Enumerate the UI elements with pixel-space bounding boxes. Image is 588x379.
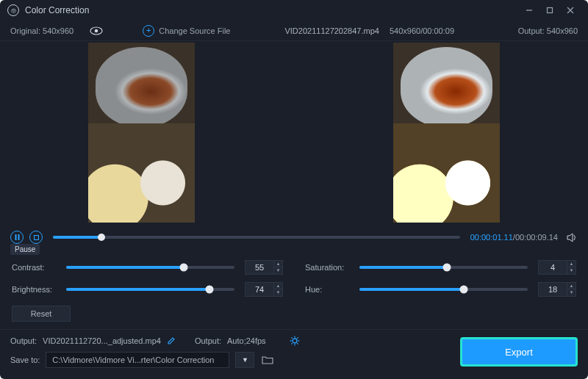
- plus-icon: +: [143, 25, 154, 37]
- svg-rect-7: [18, 234, 19, 240]
- change-source-button[interactable]: + Change Source File: [143, 25, 230, 37]
- eye-icon: [90, 26, 103, 35]
- change-source-label: Change Source File: [159, 26, 230, 35]
- maximize-button[interactable]: [539, 0, 560, 21]
- hue-label: Hue:: [305, 285, 352, 294]
- gear-icon: [290, 336, 300, 346]
- pencil-icon: [167, 336, 176, 345]
- contrast-value: 55: [245, 263, 273, 272]
- browse-folder-button[interactable]: [262, 355, 273, 364]
- timecode: 00:00:01.11/00:00:09.14: [470, 233, 558, 242]
- hue-spinner[interactable]: ▲▼: [567, 283, 576, 296]
- save-to-row: Save to: C:\Vidmore\Vidmore Vi...rter\Co…: [10, 352, 451, 368]
- volume-button[interactable]: [567, 233, 578, 242]
- titlebar: ◎ Color Correction: [0, 0, 588, 21]
- output-settings-label: Output:: [195, 336, 221, 345]
- svg-rect-1: [548, 8, 553, 13]
- reset-button[interactable]: Reset: [12, 306, 71, 322]
- seek-slider[interactable]: [53, 236, 460, 239]
- hue-value: 18: [539, 285, 567, 294]
- close-icon: [567, 7, 574, 14]
- pause-icon: [15, 234, 20, 240]
- seek-fill: [53, 236, 101, 239]
- output-preview: [393, 43, 500, 223]
- pause-button[interactable]: [10, 231, 24, 244]
- brightness-slider[interactable]: [66, 288, 234, 291]
- brightness-label: Brightness:: [12, 285, 59, 294]
- output-dimensions-label: Output: 540x960: [518, 26, 578, 35]
- save-to-label: Save to:: [10, 355, 40, 364]
- save-path-dropdown[interactable]: ▼: [235, 352, 254, 368]
- contrast-slider[interactable]: [66, 266, 234, 269]
- output-filename-row: Output: VID2021112720..._adjusted.mp4 Ou…: [10, 336, 451, 346]
- svg-rect-8: [34, 235, 38, 239]
- adjustment-controls: Contrast: 55 ▲▼ Saturation: 4 ▲▼ Brightn…: [0, 247, 588, 301]
- brightness-value: 74: [245, 285, 273, 294]
- svg-point-10: [293, 339, 297, 343]
- source-file-name: VID20211127202847.mp4: [284, 26, 379, 35]
- footer: Output: VID2021112720..._adjusted.mp4 Ou…: [0, 329, 588, 375]
- toggle-preview-button[interactable]: [90, 26, 103, 35]
- output-settings-button[interactable]: [290, 336, 300, 346]
- save-path-field[interactable]: C:\Vidmore\Vidmore Vi...rter\Color Corre…: [46, 352, 229, 368]
- original-dimensions-label: Original: 540x960: [10, 26, 74, 35]
- total-time: 00:00:09.14: [515, 233, 558, 242]
- export-button[interactable]: Export: [460, 337, 578, 367]
- minimize-icon: [526, 7, 533, 14]
- output-filename-label: Output:: [10, 336, 37, 345]
- original-preview: [88, 43, 195, 223]
- preview-area: [0, 41, 588, 225]
- contrast-value-input[interactable]: 55 ▲▼: [245, 260, 283, 275]
- brightness-value-input[interactable]: 74 ▲▼: [245, 282, 283, 297]
- svg-line-18: [291, 343, 292, 344]
- window-title: Color Correction: [25, 5, 89, 15]
- svg-rect-6: [15, 234, 16, 240]
- output-filename: VID2021112720..._adjusted.mp4: [43, 336, 161, 345]
- svg-marker-9: [567, 234, 573, 242]
- close-button[interactable]: [560, 0, 581, 21]
- minimize-button[interactable]: [519, 0, 539, 21]
- stop-icon: [34, 235, 39, 240]
- brightness-spinner[interactable]: ▲▼: [273, 283, 282, 296]
- hue-slider[interactable]: [359, 288, 528, 291]
- app-logo-icon: ◎: [7, 4, 19, 16]
- contrast-label: Contrast:: [12, 263, 59, 272]
- contrast-control: Contrast: 55 ▲▼: [12, 260, 283, 275]
- saturation-value: 4: [539, 263, 567, 272]
- svg-line-17: [297, 337, 298, 338]
- maximize-icon: [546, 7, 553, 14]
- header-row: Original: 540x960 + Change Source File V…: [0, 21, 588, 41]
- seek-knob[interactable]: [98, 234, 105, 241]
- hue-control: Hue: 18 ▲▼: [305, 282, 576, 297]
- source-file-meta: 540x960/00:00:09: [390, 26, 454, 35]
- hue-value-input[interactable]: 18 ▲▼: [538, 282, 576, 297]
- pause-tooltip: Pause: [10, 244, 40, 255]
- stop-button[interactable]: [29, 231, 43, 244]
- brightness-control: Brightness: 74 ▲▼: [12, 282, 283, 297]
- saturation-control: Saturation: 4 ▲▼: [305, 260, 576, 275]
- saturation-slider[interactable]: [359, 266, 528, 269]
- svg-line-16: [297, 343, 298, 344]
- svg-point-5: [95, 29, 98, 32]
- saturation-label: Saturation:: [305, 263, 352, 272]
- saturation-value-input[interactable]: 4 ▲▼: [538, 260, 576, 275]
- color-correction-window: ◎ Color Correction Original: 540x960 + C…: [0, 0, 588, 379]
- folder-icon: [262, 355, 273, 364]
- contrast-spinner[interactable]: ▲▼: [273, 261, 282, 274]
- edit-filename-button[interactable]: [167, 336, 176, 345]
- volume-icon: [567, 233, 578, 242]
- playback-controls: Pause 00:00:01.11/00:00:09.14: [0, 225, 588, 247]
- saturation-spinner[interactable]: ▲▼: [567, 261, 576, 274]
- current-time: 00:00:01.11: [470, 233, 513, 242]
- output-settings-value: Auto;24fps: [227, 336, 266, 345]
- svg-line-15: [291, 337, 292, 338]
